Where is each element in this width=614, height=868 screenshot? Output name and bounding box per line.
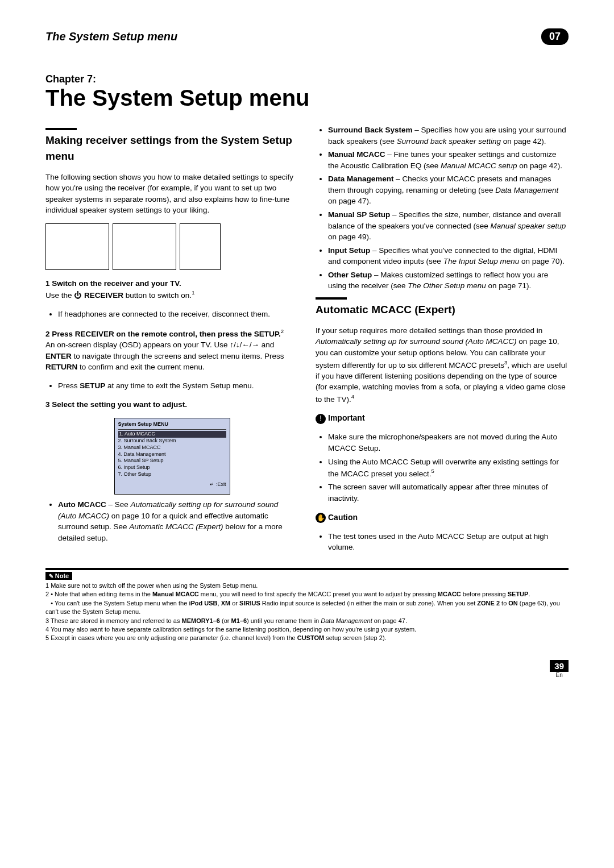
footnote-3: 3 These are stored in memory and referre… — [45, 617, 569, 625]
chapter-title: The System Setup menu — [45, 85, 569, 111]
remote-diagram — [45, 223, 298, 270]
step-1-label: 1 Switch on the receiver and your TV. — [45, 279, 181, 288]
step-3-label: 3 Select the setting you want to adjust. — [45, 399, 298, 410]
left-column: Making receiver settings from the System… — [45, 122, 298, 558]
item-name: Manual SP Setup — [328, 210, 390, 219]
item-tail: on page 71). — [486, 281, 532, 290]
right-column: Surround Back System – Specifies how you… — [316, 122, 569, 558]
item-manual-sp: Manual SP Setup – Specifies the size, nu… — [328, 209, 569, 243]
step-1-text-b: button to switch on. — [123, 291, 192, 300]
step-2-bullet-b: at any time to exit the System Setup men… — [105, 381, 254, 390]
page-lang: En — [550, 672, 569, 678]
item-ref: Manual speaker setup — [491, 222, 566, 230]
item-tail: on page 70). — [519, 257, 565, 265]
step-2-bullet-a: Press — [58, 381, 80, 390]
auto-mcacc-bullet-list: Auto MCACC – See Automatically setting u… — [45, 499, 298, 543]
content-columns: Making receiver settings from the System… — [45, 122, 569, 558]
item-tail: on page 47). — [328, 197, 371, 205]
chapter-badge: 07 — [541, 28, 569, 45]
expert-b: Automatically setting up for surround so… — [316, 337, 516, 346]
page: The System Setup menu 07 Chapter 7: The … — [0, 0, 614, 701]
item-ref: Data Management — [495, 186, 558, 194]
note-bar: Note 1 Make sure not to switch off the p… — [45, 568, 569, 643]
item-other-setup: Other Setup – Makes customized settings … — [328, 269, 569, 292]
step-1-bullet: If headphones are connected to the recei… — [58, 309, 298, 320]
footnote-4: 4 You may also want to have separate cal… — [45, 625, 569, 634]
item-data-management: Data Management – Checks your MCACC pres… — [328, 173, 569, 207]
footnotes: 1 Make sure not to switch off the power … — [45, 582, 569, 643]
remote-block-2 — [113, 223, 176, 270]
step-2-bullets: Press SETUP at any time to exit the Syst… — [45, 380, 298, 392]
step-1-bullets: If headphones are connected to the recei… — [45, 309, 298, 320]
step-2-label: 2 Press RECEIVER on the remote control, … — [45, 330, 281, 338]
step-1-text-a: Use the — [45, 291, 74, 300]
item-ref: The Input Setup menu — [443, 257, 520, 265]
osd-item-6: 6. Input Setup — [118, 464, 226, 471]
page-number: 39 — [550, 660, 569, 672]
important-1: Make sure the microphone/speakers are no… — [328, 431, 569, 454]
note-label: Note — [45, 572, 72, 580]
auto-mcacc-e: Automatic MCACC (Expert) — [129, 522, 223, 531]
item-tail: on page 49). — [328, 232, 371, 241]
header-title: The System Setup menu — [45, 30, 177, 43]
warning-icon: ! — [316, 414, 326, 424]
expert-a: If your setup requires more detailed set… — [316, 326, 542, 335]
caution-label: Caution — [328, 513, 358, 522]
item-surround-back: Surround Back System – Specifies how you… — [328, 124, 569, 147]
expert-title: Automatic MCACC (Expert) — [316, 302, 569, 318]
important-3: The screen saver will automatically appe… — [328, 481, 569, 504]
step-2-bullet-setup: SETUP — [80, 381, 105, 390]
item-tail: on page 42). — [517, 161, 562, 170]
important-label: Important — [328, 413, 365, 422]
settings-list: Surround Back System – Specifies how you… — [316, 124, 569, 292]
osd-item-5: 5. Manual SP Setup — [118, 458, 226, 464]
item-name: Manual MCACC — [328, 150, 385, 159]
item-tail: on page 42). — [501, 137, 546, 146]
step-2-bullet: Press SETUP at any time to exit the Syst… — [58, 380, 298, 392]
osd-title: System Setup MENU — [118, 421, 226, 430]
step-2-text-a: An on-screen display (OSD) appears on yo… — [45, 340, 284, 371]
auto-mcacc-name: Auto MCACC — [58, 500, 106, 509]
osd-exit: ↵ :Exit — [118, 481, 226, 488]
osd-item-3: 3. Manual MCACC — [118, 445, 226, 451]
intro-paragraph: The following section shows you how to m… — [45, 172, 298, 216]
chapter-label: Chapter 7: — [45, 73, 569, 85]
item-name: Data Management — [328, 175, 394, 183]
step-1-sup: 1 — [192, 289, 194, 296]
osd-menu: System Setup MENU 1. Auto MCACC 2. Surro… — [114, 418, 230, 495]
caution-1: The test tones used in the Auto MCACC Se… — [328, 531, 569, 553]
osd-item-2: 2. Surround Back System — [118, 438, 226, 445]
page-footer: 39 En — [45, 660, 569, 678]
step-2: 2 Press RECEIVER on the remote control, … — [45, 327, 298, 373]
osd-item-1: 1. Auto MCACC — [118, 431, 226, 438]
expert-sup4: 4 — [351, 393, 354, 400]
important-list: Make sure the microphone/speakers are no… — [316, 431, 569, 504]
step-1: 1 Switch on the receiver and your TV. Us… — [45, 278, 298, 301]
page-header: The System Setup menu 07 — [45, 28, 569, 45]
section-rule-expert — [316, 297, 347, 300]
important-2: Using the Auto MCACC Setup will overwrit… — [328, 456, 569, 480]
caution-heading: ✋Caution — [316, 512, 569, 524]
section-making-settings-title: Making receiver settings from the System… — [45, 132, 298, 164]
section-rule — [45, 128, 77, 130]
auto-mcacc-b: – See — [106, 500, 131, 509]
auto-mcacc-bullet: Auto MCACC – See Automatically setting u… — [58, 499, 298, 543]
hand-icon: ✋ — [316, 513, 326, 523]
remote-block-3 — [180, 223, 221, 270]
expert-body: If your setup requires more detailed set… — [316, 325, 569, 405]
item-name: Surround Back System — [328, 126, 413, 134]
important-2-text: Using the Auto MCACC Setup will overwrit… — [328, 458, 559, 478]
footnote-2: 2 • Note that when editing items in the … — [45, 590, 569, 616]
item-input-setup: Input Setup – Specifies what you've conn… — [328, 245, 569, 267]
item-name: Input Setup — [328, 246, 370, 255]
osd-item-4: 4. Data Management — [118, 451, 226, 458]
important-heading: !Important — [316, 412, 569, 424]
osd-item-7: 7. Other Setup — [118, 471, 226, 478]
item-ref: The Other Setup menu — [408, 281, 486, 290]
item-manual-mcacc: Manual MCACC – Fine tunes your speaker s… — [328, 149, 569, 171]
important-sup5: 5 — [432, 468, 434, 474]
remote-block-1 — [45, 223, 109, 270]
item-name: Other Setup — [328, 271, 372, 279]
step-1-receiver: RECEIVER — [82, 291, 123, 300]
step-2-sup: 2 — [281, 328, 284, 334]
